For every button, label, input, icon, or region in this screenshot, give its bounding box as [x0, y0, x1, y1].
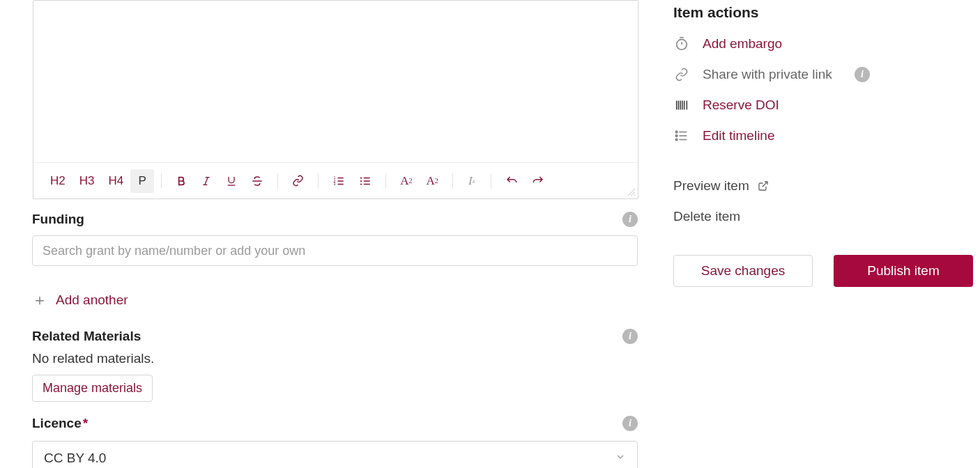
svg-text:3: 3 — [334, 182, 336, 186]
chevron-down-icon — [615, 451, 626, 466]
funding-info-icon[interactable]: i — [622, 212, 638, 227]
manage-materials-button[interactable]: Manage materials — [32, 375, 153, 402]
strikethrough-icon — [251, 175, 263, 187]
toolbar-separator — [161, 173, 162, 189]
toolbar-separator — [385, 173, 386, 189]
edit-timeline-action[interactable]: Edit timeline — [673, 128, 974, 143]
add-another-label: Add another — [56, 292, 128, 308]
toolbar-undo-button[interactable] — [498, 169, 525, 193]
share-private-link-label: Share with private link — [703, 67, 832, 82]
funding-label: Funding — [32, 212, 84, 227]
reserve-doi-label: Reserve DOI — [703, 98, 779, 113]
plus-icon: ＋ — [32, 292, 47, 308]
rich-text-editor: H2 H3 H4 P — [33, 0, 638, 199]
add-embargo-action[interactable]: Add embargo — [673, 36, 974, 52]
licence-select[interactable]: CC BY 4.0 — [32, 441, 638, 468]
preview-item-action[interactable]: Preview item — [673, 178, 974, 194]
related-materials-info-icon[interactable]: i — [622, 329, 638, 344]
undo-icon — [505, 175, 518, 187]
toolbar-link-button[interactable] — [285, 169, 311, 193]
toolbar-p-button[interactable]: P — [130, 169, 154, 193]
resize-grip-icon[interactable] — [626, 187, 636, 196]
svg-line-35 — [762, 182, 767, 187]
required-mark: * — [83, 416, 88, 430]
svg-line-19 — [634, 194, 635, 196]
toolbar-separator — [318, 173, 319, 189]
save-changes-button[interactable]: Save changes — [673, 255, 813, 287]
reserve-doi-action[interactable]: Reserve DOI — [673, 98, 974, 113]
italic-icon — [201, 176, 212, 187]
licence-label: Licence* — [32, 416, 88, 431]
toolbar-ordered-list-button[interactable]: 123 — [326, 169, 352, 193]
toolbar-bold-button[interactable] — [169, 169, 194, 193]
toolbar-clear-format-button[interactable]: Ix — [460, 169, 484, 193]
underline-icon — [226, 176, 237, 187]
edit-timeline-label: Edit timeline — [703, 128, 775, 143]
toolbar-subscript-button[interactable]: A2 — [393, 169, 419, 193]
editor-toolbar: H2 H3 H4 P — [33, 162, 638, 198]
toolbar-bullet-list-button[interactable] — [352, 169, 378, 193]
add-embargo-label: Add embargo — [703, 36, 782, 52]
svg-point-31 — [675, 135, 677, 137]
svg-point-29 — [675, 131, 677, 133]
svg-point-15 — [360, 180, 362, 181]
bullet-list-icon — [359, 175, 372, 187]
barcode-icon — [673, 98, 690, 113]
ordered-list-icon: 123 — [332, 175, 345, 187]
stopwatch-icon — [673, 36, 690, 52]
svg-point-16 — [360, 183, 362, 185]
share-info-icon[interactable]: i — [855, 67, 870, 82]
svg-line-2 — [205, 177, 208, 185]
licence-info-icon[interactable]: i — [622, 416, 638, 431]
editor-content-area[interactable] — [33, 1, 638, 162]
svg-point-33 — [675, 139, 677, 141]
share-private-link-action[interactable]: Share with private link i — [673, 67, 974, 82]
funding-search-input[interactable] — [32, 235, 638, 266]
related-materials-empty-text: No related materials. — [32, 351, 638, 366]
add-another-funding-button[interactable]: ＋ Add another — [32, 292, 128, 308]
toolbar-italic-button[interactable] — [194, 169, 219, 193]
toolbar-h2-button[interactable]: H2 — [43, 169, 72, 193]
delete-item-action[interactable]: Delete item — [673, 209, 974, 224]
item-actions-title: Item actions — [673, 4, 974, 21]
toolbar-h4-button[interactable]: H4 — [101, 169, 130, 193]
bold-icon — [176, 176, 187, 187]
toolbar-separator — [452, 173, 453, 189]
toolbar-strikethrough-button[interactable] — [244, 169, 270, 193]
preview-item-label: Preview item — [673, 178, 749, 194]
related-materials-label: Related Materials — [32, 329, 141, 344]
toolbar-underline-button[interactable] — [219, 169, 244, 193]
external-link-icon — [758, 180, 769, 192]
toolbar-separator — [277, 173, 278, 189]
toolbar-separator — [491, 173, 491, 189]
link-icon — [673, 68, 690, 81]
toolbar-redo-button[interactable] — [525, 169, 551, 193]
publish-item-button[interactable]: Publish item — [834, 255, 973, 287]
svg-point-14 — [360, 177, 362, 178]
licence-value: CC BY 4.0 — [44, 451, 106, 466]
delete-item-label: Delete item — [673, 209, 740, 224]
toolbar-superscript-button[interactable]: A2 — [419, 169, 445, 193]
toolbar-h3-button[interactable]: H3 — [72, 169, 102, 193]
link-icon — [292, 175, 304, 187]
timeline-icon — [673, 128, 690, 143]
redo-icon — [532, 175, 544, 187]
